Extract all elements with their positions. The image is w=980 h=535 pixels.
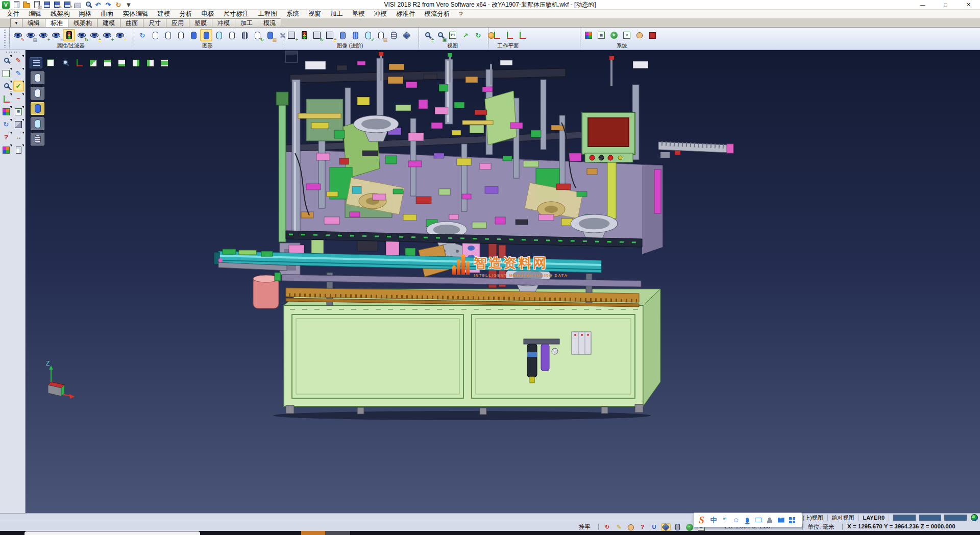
close-button[interactable]: ✕ [957, 0, 980, 9]
cyl-transparent-icon[interactable] [213, 29, 225, 41]
cyl-shaded-icon[interactable] [187, 29, 200, 41]
apply-check-icon[interactable]: ✔ [13, 81, 24, 91]
query-help-icon[interactable]: ? [638, 523, 647, 531]
vp-cube-left-icon[interactable] [144, 57, 157, 69]
traffic-filter-icon[interactable] [63, 29, 75, 41]
shaft-wire-icon[interactable] [387, 29, 400, 41]
toolbar-drag-handle[interactable] [4, 30, 6, 48]
globe-icon[interactable] [971, 514, 978, 521]
menu-加工[interactable]: 加工 [326, 10, 348, 19]
maximize-button[interactable]: □ [934, 0, 957, 9]
highlight-picker-icon[interactable]: ✎ [614, 523, 624, 531]
vp-menu-icon[interactable] [30, 57, 42, 69]
eye-refresh-icon[interactable]: ↻ [76, 29, 88, 41]
eye-add-icon[interactable]: + [37, 29, 50, 41]
vis-hatched-button[interactable] [31, 133, 44, 145]
vis-transparent-button[interactable] [31, 117, 44, 130]
cyl-wire-c-icon[interactable] [175, 29, 187, 41]
eye-plus-icon[interactable]: + [101, 29, 113, 41]
vp-fly-icon[interactable] [59, 57, 71, 69]
history-search-icon[interactable]: ↻ [114, 1, 123, 9]
layer-color-swatch[interactable] [893, 515, 916, 521]
layers-palette-icon[interactable] [1, 144, 12, 155]
vp-frame-icon[interactable] [44, 57, 57, 69]
menu-视窗[interactable]: 视窗 [304, 10, 326, 19]
help-query-icon[interactable]: ? [1, 132, 12, 142]
absolute-view-label[interactable]: 绝对视图 [832, 514, 854, 522]
pan-hand-icon[interactable] [626, 523, 635, 531]
filter-solid-icon[interactable] [673, 523, 682, 531]
undo-icon[interactable]: ↶ [93, 1, 103, 9]
eye-plusminus-icon[interactable]: ± [88, 29, 101, 41]
menu-工程图[interactable]: 工程图 [254, 10, 282, 19]
ime-language-toggle[interactable]: 中 [709, 516, 718, 525]
vp-axes-icon[interactable] [72, 57, 85, 68]
eye-minus-icon[interactable]: − [114, 29, 126, 41]
taskbar-search-box[interactable] [24, 531, 200, 535]
vp-cube-bottom-icon[interactable] [115, 57, 128, 68]
menu-?[interactable]: ? [455, 10, 468, 19]
menu-标准件[interactable]: 标准件 [391, 10, 420, 19]
menu-文件[interactable]: 文件 [2, 10, 24, 19]
select-options-icon[interactable] [633, 29, 646, 41]
print-preview-icon[interactable] [83, 1, 92, 9]
shaft-check-icon[interactable]: ✔ [362, 29, 374, 41]
vis-shaded-button[interactable] [31, 102, 44, 115]
vp-cube-top-icon[interactable] [101, 57, 114, 68]
zoom-extent-icon[interactable]: ± [1, 81, 12, 91]
vis-wireframe-icon[interactable] [32, 72, 44, 84]
menu-编辑[interactable]: 编辑 [24, 10, 46, 19]
cyl-wire-b-icon[interactable] [162, 29, 174, 41]
vis-transparent-icon[interactable] [32, 118, 44, 130]
wp-modify-icon[interactable] [516, 29, 528, 41]
layer-color-swatch[interactable] [944, 515, 967, 521]
vis-wireframe-button[interactable] [31, 71, 44, 84]
zoom-dynamic-icon[interactable]: ± [421, 29, 433, 41]
cyl-hatched-icon[interactable] [238, 29, 251, 41]
units-readout[interactable]: 单位: 毫米 [807, 523, 834, 531]
palette-eye-brush-icon[interactable]: ✎ [12, 29, 24, 41]
wp-create-icon[interactable] [491, 29, 503, 41]
tab-编辑[interactable]: 编辑 [22, 18, 45, 27]
adv-add-view-icon[interactable]: + [285, 29, 298, 41]
tab-模流[interactable]: 模流 [258, 18, 281, 27]
solid-cube-icon[interactable] [13, 119, 24, 130]
grid-settings-icon[interactable] [646, 29, 658, 41]
sidebar-drag-handle[interactable] [6, 52, 19, 53]
menu-冲模[interactable]: 冲模 [370, 10, 391, 19]
vis-hidden-icon[interactable] [32, 87, 44, 100]
menu-电极[interactable]: 电极 [197, 10, 219, 19]
vis-hatched-icon[interactable] [32, 133, 44, 145]
attr-palette-icon[interactable] [1, 106, 12, 117]
menu-塑模[interactable]: 塑模 [348, 10, 370, 19]
doc-sheet-icon[interactable] [13, 144, 24, 155]
ime-account-icon[interactable] [765, 516, 774, 525]
tab-建模[interactable]: 建模 [97, 18, 120, 27]
ime-keyboard-icon[interactable] [754, 516, 763, 525]
save-as-icon[interactable]: ✎ [53, 1, 62, 9]
ucs-axis-icon[interactable] [1, 93, 12, 104]
cyl-hidden-icon[interactable] [226, 29, 238, 41]
menu-线架构[interactable]: 线架构 [46, 10, 75, 19]
render-shield-icon[interactable] [400, 29, 412, 41]
zoom-window-icon[interactable]: ▣ [434, 29, 446, 41]
ime-punctuation-toggle[interactable]: °’ [720, 517, 729, 523]
open-copy-icon[interactable]: ▤ [32, 1, 41, 9]
cyl-wire-a-icon[interactable] [149, 29, 161, 41]
sogou-logo-icon[interactable]: S [696, 515, 707, 525]
window-config-icon[interactable]: ✕ [621, 29, 633, 41]
tab-冲模[interactable]: 冲模 [212, 18, 235, 27]
quickbar-more-icon[interactable]: ▼ [124, 1, 133, 9]
minimize-button[interactable]: — [911, 0, 934, 9]
vp-cube-bottom-icon[interactable] [116, 57, 128, 69]
redo-icon[interactable]: ↷ [104, 1, 113, 9]
taskbar-app-icon-2[interactable] [325, 531, 350, 535]
system-settings-icon[interactable]: ✕ [608, 29, 620, 41]
regenerate-icon[interactable]: ↻ [1, 119, 12, 130]
vp-axes-icon[interactable] [73, 57, 85, 69]
system-calculator-icon[interactable]: ▦ [595, 29, 607, 41]
vp-menu-icon[interactable] [30, 57, 42, 68]
tab-overflow-dropdown[interactable]: ▼ [10, 18, 22, 27]
open-file-icon[interactable] [22, 1, 31, 9]
vp-frame-icon[interactable] [44, 57, 57, 68]
